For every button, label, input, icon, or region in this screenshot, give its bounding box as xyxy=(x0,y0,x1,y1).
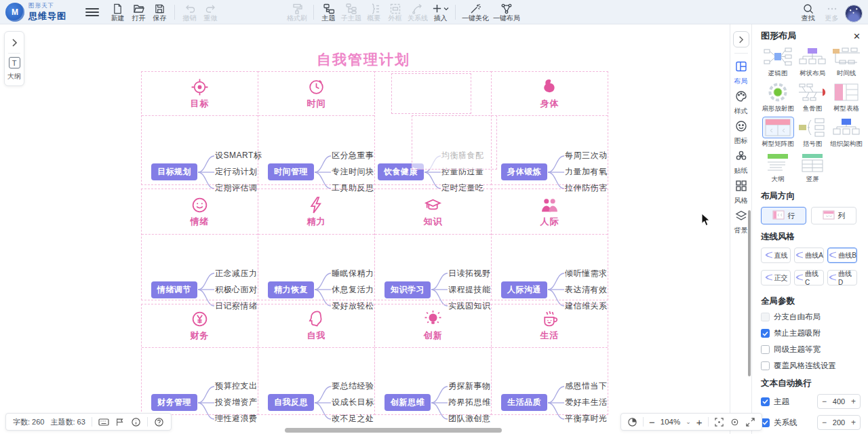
option-禁止主题吸附[interactable]: 禁止主题吸附 xyxy=(761,328,861,338)
group-header[interactable]: 自我 xyxy=(258,304,374,348)
layout-option-组织架构图[interactable]: 组织架构图 xyxy=(829,117,863,149)
leaf-topic[interactable]: 投资增资产 xyxy=(215,395,258,411)
branch-node[interactable]: 创新思维 xyxy=(384,394,431,411)
option-覆盖风格连线设置[interactable]: 覆盖风格连线设置 xyxy=(761,361,861,371)
expand-left-panel-icon[interactable] xyxy=(7,36,21,50)
layout-option-树型表格[interactable]: 树型表格 xyxy=(829,81,863,113)
open-button[interactable]: 打开 xyxy=(128,1,149,23)
group-header[interactable]: 生活 xyxy=(492,304,608,348)
option-同级主题等宽[interactable]: 同级主题等宽 xyxy=(761,344,861,355)
branch-node[interactable]: 知识学习 xyxy=(384,281,431,298)
empty-topic-placeholder[interactable] xyxy=(412,115,497,170)
strip-item-theme[interactable]: 风格 xyxy=(734,180,748,205)
minimap-icon[interactable] xyxy=(627,417,637,427)
user-avatar[interactable] xyxy=(845,5,863,22)
decrement-button[interactable]: − xyxy=(822,397,827,406)
line-style-直线-button[interactable]: 直线 xyxy=(761,248,791,263)
strip-item-layout[interactable]: 布局 xyxy=(734,60,748,86)
leaf-topic[interactable]: 正念减压力 xyxy=(215,265,258,281)
leaf-topic[interactable]: 勇探新事物 xyxy=(448,378,491,395)
outline-icon[interactable]: T xyxy=(9,57,20,68)
leaf-topic[interactable]: 设SMART标 xyxy=(215,148,262,164)
group-title[interactable]: 创新 xyxy=(424,330,443,342)
branch-node[interactable]: 精力恢复 xyxy=(268,281,314,298)
leaf-topic[interactable]: 理性避浪费 xyxy=(215,411,258,427)
group-title[interactable]: 人际 xyxy=(540,216,559,228)
branch-node[interactable]: 目标规划 xyxy=(151,163,197,180)
leaf-topic[interactable]: 设成长目标 xyxy=(332,395,374,411)
leaf-topic[interactable]: 专注时间块 xyxy=(332,164,374,180)
checkbox[interactable] xyxy=(761,313,770,321)
group-header[interactable]: 创新 xyxy=(375,304,491,348)
line-style-曲线C-button[interactable]: 曲线C xyxy=(794,270,824,285)
group-header[interactable]: 人际 xyxy=(492,189,608,235)
group-header[interactable]: 身体 xyxy=(492,72,608,116)
leaf-topic[interactable]: 平衡享时光 xyxy=(565,411,608,427)
group-title[interactable]: 身体 xyxy=(540,98,559,110)
layout-option-时间线[interactable]: 时间线 xyxy=(829,46,863,78)
layout-option-树型矩阵图[interactable]: 树型矩阵图 xyxy=(761,117,795,149)
map-title[interactable]: 自我管理计划 xyxy=(0,50,727,69)
branch-node[interactable]: 生活品质 xyxy=(501,394,547,411)
leaf-topic[interactable]: 每周三次动 xyxy=(565,148,608,164)
checkbox[interactable] xyxy=(761,418,770,427)
fit-screen-icon[interactable] xyxy=(714,417,724,427)
group-title[interactable]: 目标 xyxy=(191,98,210,110)
layout-option-大纲[interactable]: 大纲 xyxy=(761,152,795,184)
center-view-icon[interactable] xyxy=(730,417,740,427)
line-style-正交-button[interactable]: 正交 xyxy=(761,270,791,285)
option-分支自由布局[interactable]: 分支自由布局 xyxy=(761,312,861,322)
fullscreen-icon[interactable] xyxy=(745,417,755,427)
checkbox[interactable] xyxy=(761,345,770,354)
layout-option-竖屏[interactable]: 竖屏 xyxy=(796,152,828,184)
layout-option-树状布局[interactable]: 树状布局 xyxy=(796,46,828,78)
branch-node[interactable]: 身体锻炼 xyxy=(501,163,547,180)
mindmap-canvas[interactable]: 自我管理计划 目标目标规划 设SMART标定行动计划定期评估调时间时间管理 区分… xyxy=(0,24,751,434)
strip-item-background[interactable]: 背景 xyxy=(734,210,748,235)
new-button[interactable]: 新建 xyxy=(107,1,128,23)
branch-node[interactable]: 人际沟通 xyxy=(501,281,547,298)
zoom-caret-icon[interactable]: ⌄ xyxy=(686,418,691,425)
leaf-topic[interactable]: 积极心面对 xyxy=(215,281,258,298)
leaf-topic[interactable]: 倾听懂需求 xyxy=(565,265,608,281)
increment-button[interactable]: + xyxy=(851,397,856,406)
leaf-topic[interactable]: 感恩惜当下 xyxy=(565,378,608,395)
strip-item-icon[interactable]: 图标 xyxy=(734,120,748,146)
branch-node[interactable]: 时间管理 xyxy=(268,163,314,180)
topic-button[interactable]: 主题 xyxy=(318,1,339,23)
direction-行-button[interactable]: 行 xyxy=(761,207,806,224)
help-icon[interactable] xyxy=(154,417,164,427)
leaf-topic[interactable]: 课程提技能 xyxy=(448,281,491,298)
checkbox[interactable] xyxy=(761,329,770,338)
keyboard-shortcuts-icon[interactable] xyxy=(98,416,109,427)
leaf-topic[interactable]: 预算控支出 xyxy=(215,378,258,395)
zoom-in-button[interactable]: + xyxy=(696,417,703,427)
auto-layout-button[interactable]: 一键布局 xyxy=(491,1,522,23)
layout-option-逻辑图[interactable]: 逻辑图 xyxy=(761,46,795,78)
group-header[interactable]: 目标 xyxy=(142,72,258,116)
layout-option-鱼骨图[interactable]: 鱼骨图 xyxy=(796,81,828,113)
group-title[interactable]: 生活 xyxy=(540,330,559,342)
beautify-button[interactable]: 一键美化 xyxy=(460,1,491,23)
direction-列-button[interactable]: 列 xyxy=(811,207,856,224)
empty-topic-placeholder[interactable] xyxy=(391,73,471,114)
increment-button[interactable]: + xyxy=(851,418,856,427)
strip-item-style[interactable]: 样式 xyxy=(734,90,748,116)
layout-option-扇形放射图[interactable]: 扇形放射图 xyxy=(761,81,795,113)
leaf-topic[interactable]: 团队激创意 xyxy=(448,411,491,427)
collapse-panel-icon[interactable] xyxy=(733,31,749,47)
insert-button[interactable]: 插入 xyxy=(430,1,451,23)
menu-icon[interactable] xyxy=(85,5,99,19)
branch-node[interactable]: 情绪调节 xyxy=(151,281,197,298)
info-icon[interactable] xyxy=(131,417,141,427)
zoom-out-button[interactable]: − xyxy=(649,417,655,427)
group-title[interactable]: 知识 xyxy=(424,216,443,228)
group-header[interactable]: 知识 xyxy=(375,189,491,235)
panel-scrollbar[interactable] xyxy=(748,210,751,376)
branch-node[interactable]: 自我反思 xyxy=(268,394,314,411)
leaf-topic[interactable]: 爱好丰生活 xyxy=(565,395,608,411)
group-header[interactable]: 财务 xyxy=(142,304,258,348)
checkbox[interactable] xyxy=(761,397,770,406)
legend-flag-icon[interactable] xyxy=(115,417,125,427)
leaf-topic[interactable]: 日读拓视野 xyxy=(448,265,491,281)
